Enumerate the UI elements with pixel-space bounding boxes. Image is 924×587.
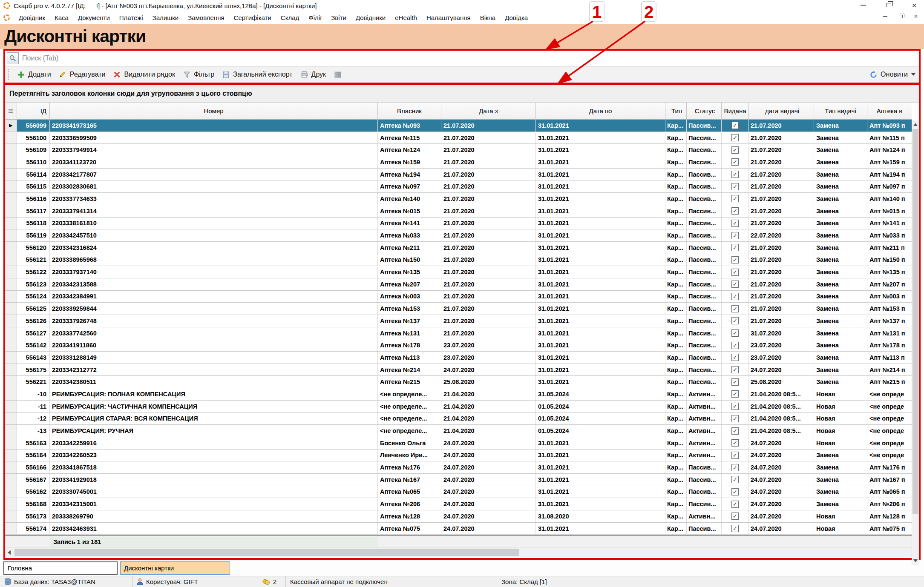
issued-checkbox[interactable]: ✓ [722,291,749,303]
table-row[interactable]: 5561092203337949914Аптека №12421.07.2020… [5,144,912,156]
table-row[interactable]: 5561752203342312772Аптека №21424.07.2020… [5,364,912,376]
scroll-left-icon[interactable] [8,550,11,555]
menu-item[interactable]: Сертифікати [229,12,276,23]
issued-checkbox[interactable]: ✓ [722,218,749,229]
table-row[interactable]: 5561202203342316824Аптека №21121.07.2020… [5,242,912,254]
table-row[interactable]: 556173203338269790Аптека №12824.07.20203… [5,510,912,523]
issued-checkbox[interactable]: ✓ [722,180,749,192]
issued-checkbox[interactable]: ✓ [722,413,749,425]
issued-checkbox[interactable]: ✓ [722,242,749,254]
menu-item[interactable]: Звіти [326,12,351,23]
horizontal-scrollbar[interactable] [5,547,919,557]
search-input[interactable] [19,52,918,65]
table-row[interactable]: ▶5560992203341973165Аптека №09321.07.202… [5,120,912,132]
table-row[interactable]: 5561662203341867518Аптека №17624.07.2020… [5,461,912,474]
table-row[interactable]: 5561632203342259916Босенко Ольга24.07.20… [5,437,912,450]
issued-checkbox[interactable]: ✓ [722,474,749,486]
scroll-down-icon[interactable] [913,559,918,562]
table-row[interactable]: 5561242203342384991Аптека №00321.07.2020… [5,291,912,303]
issued-checkbox[interactable]: ✓ [722,205,749,217]
menu-item[interactable]: Філії [304,12,326,23]
table-row[interactable]: 5561232203342313588Аптека №20721.07.2020… [5,278,912,291]
table-row[interactable]: -11РЕИМБУРСАЦИЯ: ЧАСТИЧНАЯ КОМПЕНСАЦИЯ<н… [5,401,912,413]
minimize-button[interactable] [858,1,869,9]
menu-item[interactable]: Каса [50,12,73,23]
table-row[interactable]: 5561422203341911860Аптека №17823.07.2020… [5,339,912,352]
issued-checkbox[interactable]: ✓ [722,523,749,535]
print-button[interactable]: Друк [296,69,330,81]
restore-button[interactable] [883,1,894,9]
table-row[interactable]: 5561172203337941314Аптека №01521.07.2020… [5,205,912,218]
menu-item[interactable]: Залишки [148,12,184,23]
table-row[interactable]: 5561672203341929018Аптека №16724.07.2020… [5,474,912,486]
issued-checkbox[interactable]: ✓ [722,315,749,327]
column-header[interactable]: Тип видачі [814,103,867,119]
table-row[interactable]: 5561432203331288149Аптека №11323.07.2020… [5,352,912,364]
column-header[interactable]: Номер [50,103,378,119]
table-row[interactable]: 5561682203342315001Аптека №20624.07.2020… [5,498,912,510]
issued-checkbox[interactable]: ✓ [722,339,749,351]
menu-item[interactable]: Довідники [351,12,390,23]
issued-checkbox[interactable]: ✓ [722,266,749,278]
horizontal-scroll-thumb[interactable] [14,549,519,556]
menu-item[interactable]: Документи [73,12,115,23]
vertical-scroll-thumb[interactable] [912,129,918,514]
table-row[interactable]: 5561252203339259844Аптека №15321.07.2020… [5,303,912,315]
table-row[interactable]: 5561222203337937140Аптека №13521.07.2020… [5,266,912,278]
tab-home[interactable]: Головна [3,561,118,575]
close-button[interactable]: × [909,1,920,9]
issued-checkbox[interactable]: ✓ [722,132,749,144]
column-header[interactable]: ІД [17,103,50,119]
table-row[interactable]: 5561742203342463931Аптека №07524.07.2020… [5,523,912,535]
table-row[interactable]: 5561262203337926748Аптека №13721.07.2020… [5,315,912,327]
menu-item[interactable]: eHealth [390,12,422,23]
column-header[interactable]: Дата по [536,103,665,119]
issued-checkbox[interactable]: ✓ [722,376,749,388]
column-header[interactable]: Аптека в [867,103,912,119]
issued-checkbox[interactable]: ✓ [722,498,749,510]
table-row[interactable]: -10РЕИМБУРСАЦИЯ: ПОЛНАЯ КОМПЕНСАЦИЯ<не о… [5,388,912,401]
issued-checkbox[interactable]: ✓ [722,278,749,290]
column-header[interactable]: Статус [687,103,722,119]
delete-row-button[interactable]: Видалити рядок [109,69,178,81]
column-header[interactable]: Дата з [441,103,536,119]
issued-checkbox[interactable]: ✓ [722,450,749,461]
issued-checkbox[interactable]: ✓ [722,486,749,498]
column-header[interactable]: дата видачі [749,103,814,119]
add-button[interactable]: Додати [13,69,55,81]
menu-item[interactable]: Вікна [475,12,501,23]
issued-checkbox[interactable]: ✓ [722,364,749,376]
issued-checkbox[interactable]: ✓ [722,156,749,168]
menu-item[interactable]: Довідка [500,12,533,23]
table-row[interactable]: 5561642203342260523Левченко Ири...24.07.… [5,450,912,462]
issued-checkbox[interactable]: ✓ [722,461,749,473]
issued-checkbox[interactable]: ✓ [722,401,749,412]
issued-checkbox[interactable]: ✓ [722,144,749,156]
table-row[interactable]: 5561192203342457510Аптека №03321.07.2020… [5,229,912,242]
export-button[interactable]: Загальний експорт [218,69,296,81]
column-header[interactable]: Власник [378,103,441,119]
issued-checkbox[interactable]: ✓ [722,352,749,364]
search-icon-button[interactable] [7,52,19,64]
menu-item[interactable]: Склад [276,12,304,23]
issued-checkbox[interactable]: ✓ [722,437,749,449]
table-row[interactable]: 5561622203330745001Аптека №06524.07.2020… [5,486,912,498]
issued-checkbox[interactable]: ✓ [722,169,749,180]
table-row[interactable]: -12РЕИМБУРСАЦИЯ СТАРАЯ: ВСЯ КОМПЕНСАЦИЯ<… [5,413,912,425]
menu-item[interactable]: Довідник [14,12,50,23]
menu-item[interactable]: Замовлення [183,12,229,23]
issued-checkbox[interactable]: ✓ [722,193,749,205]
issued-checkbox[interactable]: ✓ [722,229,749,241]
table-row[interactable]: 5561102203341123720Аптека №15921.07.2020… [5,156,912,169]
table-row[interactable]: 5561272203337742560Аптека №13121.07.2020… [5,327,912,340]
issued-checkbox[interactable]: ✓ [722,254,749,266]
mdi-minimize-button[interactable] [881,13,890,20]
table-row[interactable]: 5561162203337734633Аптека №14021.07.2020… [5,193,912,205]
table-row[interactable]: 5561002203336599509Аптека №11521.07.2020… [5,132,912,144]
issued-checkbox[interactable]: ✓ [722,120,749,132]
mdi-close-button[interactable]: × [911,13,921,20]
issued-checkbox[interactable]: ✓ [722,327,749,339]
menu-item[interactable]: Платежі [115,12,148,23]
issued-checkbox[interactable]: ✓ [722,425,749,437]
issued-checkbox[interactable]: ✓ [722,388,749,400]
